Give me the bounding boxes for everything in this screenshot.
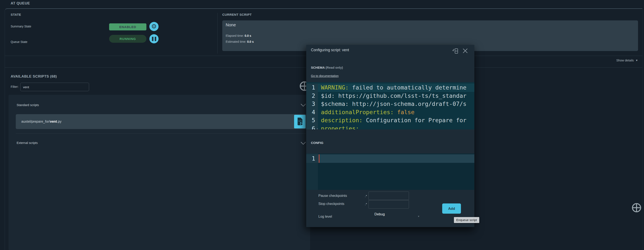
pause-checkpoints-input[interactable] [368, 192, 409, 200]
summary-state-badge: ENABLED [109, 23, 146, 30]
queue-state-badge: RUNNING [109, 35, 146, 43]
schema-code-line: 1WARNING: failed to automatically determ… [306, 84, 474, 92]
schema-heading: SCHEMA (Read only) [311, 66, 343, 69]
script-list-item[interactable]: auxtel/prepare_for/vent.py </> [16, 114, 306, 129]
close-modal-button[interactable] [462, 48, 468, 55]
current-script-name: None [226, 22, 236, 27]
elapsed-time-value: 0.0 s [245, 34, 251, 37]
show-details-label: Show details [616, 59, 634, 62]
config-active-line: 1 [306, 154, 474, 163]
enqueue-script-tooltip: Enqueue script [454, 217, 479, 223]
resize-modal-button[interactable] [452, 47, 460, 55]
group-divider [16, 133, 306, 134]
current-script-title: CURRENT SCRIPT [222, 13, 252, 16]
svg-text:</>: </> [298, 120, 302, 122]
pause-queue-button[interactable] [150, 34, 158, 43]
scripts-list-panel: Standard scripts auxtel/prepare_for/vent… [8, 95, 310, 250]
stop-checkpoints-pattern: .* [365, 202, 367, 206]
stop-checkpoints-label: Stop checkpoints [318, 202, 344, 206]
documentation-link[interactable]: Go to documentation [311, 74, 338, 78]
dropdown-caret-icon[interactable]: ▾ [418, 215, 420, 218]
add-button[interactable]: Add [442, 203, 461, 214]
modal-title: Configuring script: vent [311, 48, 349, 52]
pause-checkpoints-pattern: .* [365, 194, 367, 198]
schema-code-line: 6▾properties: [306, 125, 474, 130]
config-editor[interactable]: 1 [306, 153, 474, 190]
stop-checkpoints-input[interactable] [368, 200, 409, 209]
estimated-time-row: Estimated time: 0.0 s [226, 40, 254, 43]
log-level-select[interactable]: Debug [374, 212, 385, 216]
schema-code-line: 3$schema: http://json-schema.org/draft-0… [306, 100, 474, 108]
show-details-toggle[interactable]: Show details ▼ [616, 59, 638, 62]
schema-code-line: 5description: Configuration for Prepare … [306, 116, 474, 125]
show-details-caret-icon: ▼ [636, 59, 638, 62]
collapse-caret-icon[interactable]: ▾ [316, 125, 318, 130]
pause-icon [152, 37, 156, 41]
schema-readonly-note: (Read only) [326, 66, 343, 69]
filter-input[interactable] [20, 83, 89, 91]
schema-code-lines: 1WARNING: failed to automatically determ… [306, 82, 474, 129]
close-icon [462, 48, 468, 54]
summary-state-config-button[interactable]: ⚙ [150, 22, 158, 31]
launch-script-icon: </> [296, 117, 304, 126]
schema-editor[interactable]: 1WARNING: failed to automatically determ… [306, 82, 474, 129]
queue-state-label: Queue State [11, 40, 28, 44]
config-heading: CONFIG [311, 141, 323, 144]
script-path: auxtel/prepare_for/vent.py [21, 114, 62, 129]
available-scripts-title: AVAILABLE SCRIPTS (68) [11, 74, 57, 79]
external-scripts-header[interactable]: External scripts [16, 141, 38, 144]
page-title: AT QUEUE [11, 1, 30, 5]
estimated-time-value: 0.0 s [247, 40, 254, 43]
pause-checkpoints-label: Pause checkpoints [318, 194, 347, 198]
elapsed-time-row: Elapsed time: 0.0 s [226, 34, 251, 37]
schema-code-line: 4additionalProperties: false [306, 108, 474, 117]
gear-icon: ⚙ [151, 23, 157, 29]
elapsed-time-label: Elapsed time: [226, 34, 244, 37]
at-queue-page: AT QUEUE STATE Summary State ENABLED ⚙ Q… [0, 0, 644, 250]
flip-card-icon [452, 47, 460, 55]
text-cursor [319, 154, 320, 163]
standard-scripts-header[interactable]: Standard scripts [16, 103, 39, 107]
config-line-number: 1 [306, 154, 318, 163]
state-section-title: STATE [11, 13, 21, 16]
drag-target-icon[interactable] [632, 203, 642, 214]
filter-label: Filter: [11, 85, 19, 88]
estimated-time-label: Estimated time: [226, 40, 246, 43]
configure-script-modal: Configuring script: vent SCHEMA (Read on… [306, 45, 474, 227]
chevron-down-icon[interactable] [300, 104, 306, 107]
chevron-down-icon[interactable] [300, 141, 306, 145]
configure-script-button[interactable]: </> [294, 115, 306, 128]
summary-state-label: Summary State [11, 25, 31, 28]
schema-code-line: 2$id: https://github.com/lsst-ts/ts_stan… [306, 92, 474, 100]
state-divider [217, 13, 218, 54]
log-level-label: Log level [318, 215, 332, 219]
